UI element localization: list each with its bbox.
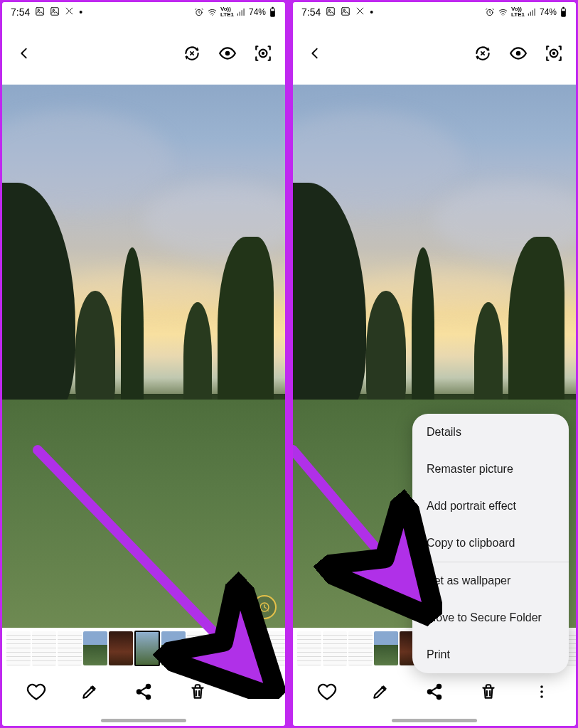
svg-rect-6 — [272, 7, 274, 9]
more-options-menu: Details Remaster picture Add portrait ef… — [412, 414, 569, 673]
status-time: 7:54 — [11, 6, 30, 18]
svg-point-14 — [268, 611, 269, 612]
image-indicator-icon — [341, 6, 350, 18]
motion-photo-badge-icon[interactable] — [252, 595, 277, 619]
eye-icon[interactable] — [509, 44, 528, 63]
thumbnail[interactable] — [6, 631, 31, 665]
svg-point-12 — [262, 52, 264, 55]
battery-icon — [560, 6, 567, 18]
thumbnail[interactable] — [187, 631, 211, 665]
thumbnail[interactable] — [238, 631, 262, 665]
battery-icon — [269, 6, 277, 18]
network-label: Vo)) LTE1 — [511, 6, 524, 18]
x-app-icon — [355, 6, 365, 18]
svg-point-1 — [38, 9, 39, 11]
status-time: 7:54 — [301, 6, 321, 18]
svg-rect-0 — [36, 7, 44, 15]
battery-percent: 74% — [249, 7, 266, 17]
back-button[interactable] — [15, 44, 33, 63]
network-label: Vo)) LTE1 — [220, 6, 233, 18]
delete-button[interactable] — [478, 681, 499, 702]
back-button[interactable] — [306, 44, 324, 63]
svg-rect-2 — [51, 7, 59, 15]
thumbnail[interactable] — [213, 631, 237, 665]
battery-percent: 74% — [540, 7, 557, 17]
thumbnail[interactable] — [297, 631, 321, 665]
thumbnail-strip[interactable] — [2, 628, 285, 669]
menu-item-move-to-secure-folder[interactable]: Move to Secure Folder — [412, 599, 569, 636]
photo-viewer[interactable] — [2, 85, 285, 628]
top-nav — [2, 22, 285, 85]
top-nav — [293, 22, 576, 85]
svg-point-3 — [53, 9, 54, 11]
status-bar: 7:54 • Vo)) LTE1 74% — [293, 2, 576, 22]
thumbnail[interactable] — [32, 631, 56, 665]
thumbnail[interactable] — [264, 631, 285, 665]
svg-point-34 — [552, 52, 555, 55]
thumbnail[interactable] — [83, 631, 107, 665]
bottom-toolbar — [2, 669, 285, 714]
thumbnail[interactable] — [109, 631, 133, 665]
bixby-vision-icon[interactable] — [254, 44, 272, 63]
notif-overflow-dot: • — [79, 6, 82, 18]
favorite-button[interactable] — [26, 681, 47, 702]
screen-left: 7:54 • Vo)) LTE1 — [2, 2, 285, 726]
wifi-icon — [207, 7, 218, 17]
svg-rect-29 — [562, 9, 565, 11]
menu-item-details[interactable]: Details — [412, 414, 569, 451]
home-indicator[interactable] — [293, 714, 576, 726]
favorite-button[interactable] — [316, 681, 338, 702]
delete-button[interactable] — [187, 681, 208, 702]
status-bar: 7:54 • Vo)) LTE1 — [2, 2, 285, 22]
menu-item-set-as-wallpaper[interactable]: Set as wallpaper — [412, 562, 569, 599]
menu-item-remaster-picture[interactable]: Remaster picture — [412, 451, 569, 488]
svg-point-39 — [540, 690, 543, 693]
thumbnail-selected[interactable] — [134, 631, 160, 666]
remaster-icon[interactable] — [183, 44, 201, 63]
svg-point-18 — [250, 685, 252, 688]
svg-rect-7 — [271, 9, 274, 11]
x-app-icon — [65, 6, 74, 18]
thumbnail[interactable] — [161, 631, 186, 665]
thumbnail[interactable] — [323, 631, 347, 665]
bottom-toolbar — [293, 669, 576, 714]
svg-point-10 — [225, 51, 230, 56]
menu-item-print[interactable]: Print — [412, 636, 569, 673]
notif-overflow-dot: • — [370, 6, 373, 18]
signal-icon — [527, 7, 537, 17]
home-indicator[interactable] — [2, 714, 285, 726]
bixby-vision-icon[interactable] — [545, 44, 563, 63]
eye-icon[interactable] — [218, 44, 237, 63]
image-indicator-icon — [326, 6, 336, 18]
svg-point-19 — [250, 690, 252, 693]
menu-item-add-portrait-effect[interactable]: Add portrait effect — [412, 488, 569, 525]
signal-icon — [236, 7, 246, 17]
menu-item-copy-to-clipboard[interactable]: Copy to clipboard — [412, 525, 569, 562]
alarm-icon — [485, 7, 495, 17]
image-indicator-icon — [35, 6, 45, 18]
svg-point-25 — [343, 9, 345, 11]
more-options-button[interactable] — [531, 681, 552, 702]
image-indicator-icon — [50, 6, 60, 18]
share-button[interactable] — [424, 681, 445, 702]
svg-rect-22 — [327, 7, 335, 15]
screen-right: 7:54 • Vo)) LTE1 74% — [293, 2, 576, 726]
remaster-icon[interactable] — [473, 44, 492, 63]
svg-point-32 — [516, 51, 521, 56]
thumbnail[interactable] — [374, 631, 398, 665]
share-button[interactable] — [133, 681, 154, 702]
alarm-icon — [194, 7, 204, 17]
thumbnail[interactable] — [348, 631, 373, 665]
more-options-button[interactable] — [240, 681, 262, 702]
svg-point-40 — [540, 695, 543, 698]
svg-point-23 — [328, 9, 330, 11]
svg-point-20 — [250, 695, 252, 698]
thumbnail[interactable] — [58, 631, 82, 665]
svg-point-38 — [540, 685, 543, 688]
edit-button[interactable] — [79, 681, 100, 702]
svg-rect-28 — [562, 7, 564, 9]
edit-button[interactable] — [370, 681, 391, 702]
svg-rect-24 — [342, 7, 350, 15]
wifi-icon — [498, 7, 508, 17]
